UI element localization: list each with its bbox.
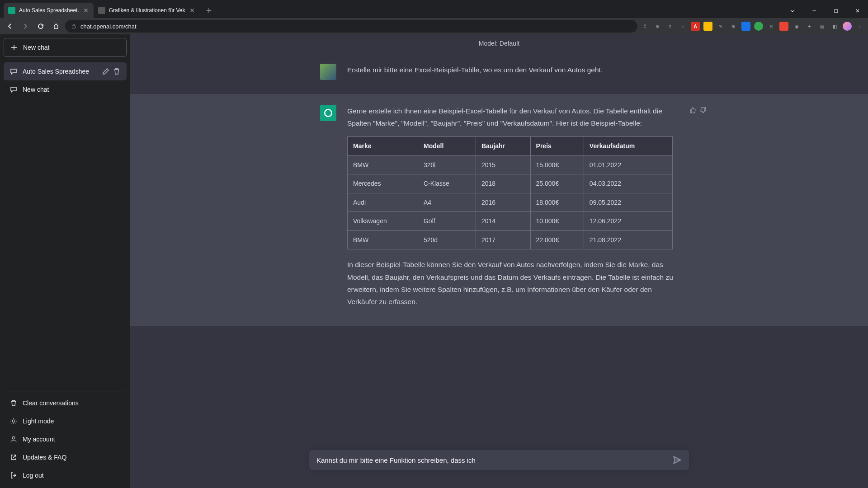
table-header-row: Marke Modell Baujahr Preis Verkaufsdatum <box>348 137 673 156</box>
browser-tab[interactable]: Grafiken & Illustrationen für Vek <box>94 3 200 18</box>
edit-icon[interactable] <box>102 68 109 75</box>
minimize-icon[interactable] <box>804 4 825 18</box>
conversation-item[interactable]: Auto Sales Spreadshee <box>4 62 127 80</box>
logout-button[interactable]: Log out <box>4 466 127 484</box>
extension-icon[interactable]: ✎ <box>716 22 725 31</box>
table-cell: A4 <box>418 193 476 212</box>
extension-icon[interactable]: ▤ <box>817 22 826 31</box>
svg-point-3 <box>12 436 15 439</box>
browser-tab-active[interactable]: Auto Sales Spreadsheet. <box>4 3 94 18</box>
table-cell: 2014 <box>476 212 530 231</box>
profile-avatar[interactable] <box>843 22 852 31</box>
col-header: Verkaufsdatum <box>584 137 672 156</box>
col-header: Preis <box>530 137 584 156</box>
model-label: Model: Default <box>130 34 868 53</box>
table-cell: 15.000€ <box>530 155 584 174</box>
message-user: Erstelle mir bitte eine Excel-Beispiel-T… <box>130 53 868 94</box>
close-icon[interactable] <box>189 7 195 14</box>
browser-titlebar: Auto Sales Spreadsheet. Grafiken & Illus… <box>0 0 868 18</box>
my-account-button[interactable]: My account <box>4 430 127 448</box>
clear-label: Clear conversations <box>23 399 79 407</box>
tab-favicon-icon <box>98 7 105 14</box>
message-input[interactable] <box>316 456 673 464</box>
messages-scroll[interactable]: Erstelle mir bitte eine Excel-Beispiel-T… <box>130 53 868 441</box>
table-cell: Audi <box>348 193 418 212</box>
close-icon[interactable] <box>83 7 89 14</box>
extension-icon[interactable]: ◉ <box>792 22 801 31</box>
kebab-menu-icon[interactable]: ⋮ <box>855 22 864 31</box>
extension-icon[interactable] <box>754 22 763 31</box>
sidepanel-icon[interactable]: ◧ <box>830 22 839 31</box>
thumbs-down-icon[interactable] <box>700 107 707 114</box>
table-row: BMW520d201722.000€21.08.2022 <box>348 230 673 249</box>
composer[interactable] <box>309 450 689 470</box>
table-cell: 2016 <box>476 193 530 212</box>
table-cell: 22.000€ <box>530 230 584 249</box>
feedback-buttons <box>689 107 707 114</box>
updates-label: Updates & FAQ <box>23 454 66 461</box>
tab-title: Grafiken & Illustrationen für Vek <box>109 7 185 14</box>
table-cell: 04.03.2022 <box>584 174 672 193</box>
thumbs-up-icon[interactable] <box>689 107 696 114</box>
table-cell: 320i <box>418 155 476 174</box>
window-controls <box>782 4 868 18</box>
lock-icon <box>71 23 77 29</box>
share-icon[interactable]: ⇧ <box>665 22 675 31</box>
message-assistant: Gerne erstelle ich Ihnen eine Beispiel-E… <box>130 94 868 326</box>
address-bar[interactable]: chat.openai.com/chat <box>65 20 637 33</box>
main-panel: Model: Default Erstelle mir bitte eine E… <box>130 34 868 488</box>
extension-icon[interactable] <box>779 22 788 31</box>
extension-icon[interactable]: ⊕ <box>729 22 738 31</box>
logout-icon <box>10 472 17 479</box>
tab-title: Auto Sales Spreadsheet. <box>19 7 79 14</box>
translate-icon[interactable]: ⠿ <box>640 22 649 31</box>
table-cell: 520d <box>418 230 476 249</box>
table-cell: 12.06.2022 <box>584 212 672 231</box>
table-cell: 2015 <box>476 155 530 174</box>
updates-faq-button[interactable]: Updates & FAQ <box>4 448 127 466</box>
trash-icon <box>10 399 17 407</box>
browser-toolbar: chat.openai.com/chat ⠿ ⊕ ⇧ ☆ A ✎ ⊕ ⎘ ◉ ✦… <box>0 18 868 34</box>
send-icon[interactable] <box>673 455 682 465</box>
table-row: MercedesC-Klasse201825.000€04.03.2022 <box>348 174 673 193</box>
svg-point-2 <box>12 420 15 422</box>
table-row: BMW320i201515.000€01.01.2022 <box>348 155 673 174</box>
table-cell: C-Klasse <box>418 174 476 193</box>
clear-conversations-button[interactable]: Clear conversations <box>4 394 127 412</box>
table-cell: 09.05.2022 <box>584 193 672 212</box>
chevron-down-icon[interactable] <box>782 4 803 18</box>
trash-icon[interactable] <box>113 68 120 75</box>
table-cell: 2018 <box>476 174 530 193</box>
back-button[interactable] <box>4 20 16 33</box>
user-icon <box>10 436 17 443</box>
extensions-menu-icon[interactable]: ✦ <box>805 22 814 31</box>
sidebar: New chat Auto Sales Spreadshee New chat … <box>0 34 130 488</box>
extension-icons: ⠿ ⊕ ⇧ ☆ A ✎ ⊕ ⎘ ◉ ✦ ▤ ◧ ⋮ <box>640 22 864 31</box>
conversation-list: Auto Sales Spreadshee New chat <box>4 62 127 391</box>
extension-icon[interactable] <box>703 22 712 31</box>
table-cell: 25.000€ <box>530 174 584 193</box>
maximize-icon[interactable] <box>826 4 846 18</box>
table-row: VolkswagenGolf201410.000€12.06.2022 <box>348 212 673 231</box>
star-icon[interactable]: ☆ <box>678 22 687 31</box>
home-button[interactable] <box>50 20 62 33</box>
forward-button[interactable] <box>19 20 32 33</box>
zoom-icon[interactable]: ⊕ <box>653 22 662 31</box>
svg-rect-1 <box>72 26 75 28</box>
close-window-icon[interactable] <box>847 4 868 18</box>
extension-icon[interactable]: ⎘ <box>767 22 776 31</box>
light-mode-button[interactable]: Light mode <box>4 412 127 430</box>
conversation-item[interactable]: New chat <box>4 80 127 99</box>
new-tab-button[interactable] <box>203 4 215 17</box>
external-link-icon <box>10 454 17 461</box>
user-avatar <box>320 64 336 80</box>
user-message-text: Erstelle mir bitte eine Excel-Beispiel-T… <box>347 64 678 76</box>
col-header: Modell <box>418 137 476 156</box>
table-cell: BMW <box>348 230 418 249</box>
new-chat-button[interactable]: New chat <box>4 38 127 57</box>
logout-label: Log out <box>23 472 44 479</box>
tab-favicon-icon <box>8 7 15 14</box>
reload-button[interactable] <box>34 20 47 33</box>
extension-icon[interactable] <box>741 22 750 31</box>
extension-icon[interactable]: A <box>691 22 700 31</box>
